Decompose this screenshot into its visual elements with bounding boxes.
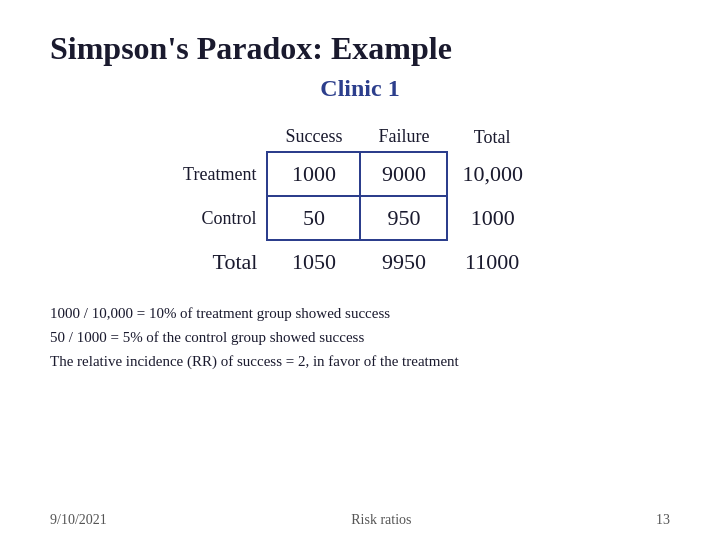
- table-header-row: Success Failure Total: [183, 122, 537, 152]
- footer: 9/10/2021 Risk ratios 13: [50, 512, 670, 528]
- note-line: 1000 / 10,000 = 10% of treatment group s…: [50, 301, 459, 325]
- footer-page: 13: [656, 512, 670, 528]
- data-table: Success Failure Total Treatment100090001…: [183, 122, 537, 283]
- notes-section: 1000 / 10,000 = 10% of treatment group s…: [50, 301, 459, 373]
- clinic-subtitle: Clinic 1: [320, 75, 399, 102]
- row-failure: 9000: [360, 152, 447, 196]
- col-header-failure: Failure: [360, 122, 447, 152]
- row-label: Treatment: [183, 152, 267, 196]
- row-label: Total: [183, 240, 267, 283]
- footer-title: Risk ratios: [351, 512, 411, 528]
- row-total: 10,000: [447, 152, 537, 196]
- row-total: 11000: [447, 240, 537, 283]
- page-title: Simpson's Paradox: Example: [50, 30, 452, 67]
- table-row: Total1050995011000: [183, 240, 537, 283]
- slide: Simpson's Paradox: Example Clinic 1 Succ…: [0, 0, 720, 540]
- col-header-success: Success: [267, 122, 360, 152]
- table-row: Treatment1000900010,000: [183, 152, 537, 196]
- row-total: 1000: [447, 196, 537, 240]
- table-row: Control509501000: [183, 196, 537, 240]
- row-success: 1000: [267, 152, 360, 196]
- row-failure: 9950: [360, 240, 447, 283]
- row-failure: 950: [360, 196, 447, 240]
- note-line: 50 / 1000 = 5% of the control group show…: [50, 325, 459, 349]
- row-success: 50: [267, 196, 360, 240]
- row-label: Control: [183, 196, 267, 240]
- data-table-container: Success Failure Total Treatment100090001…: [183, 122, 537, 283]
- col-header-label: [183, 122, 267, 152]
- note-line: The relative incidence (RR) of success =…: [50, 349, 459, 373]
- footer-date: 9/10/2021: [50, 512, 107, 528]
- row-success: 1050: [267, 240, 360, 283]
- col-header-total: Total: [447, 122, 537, 152]
